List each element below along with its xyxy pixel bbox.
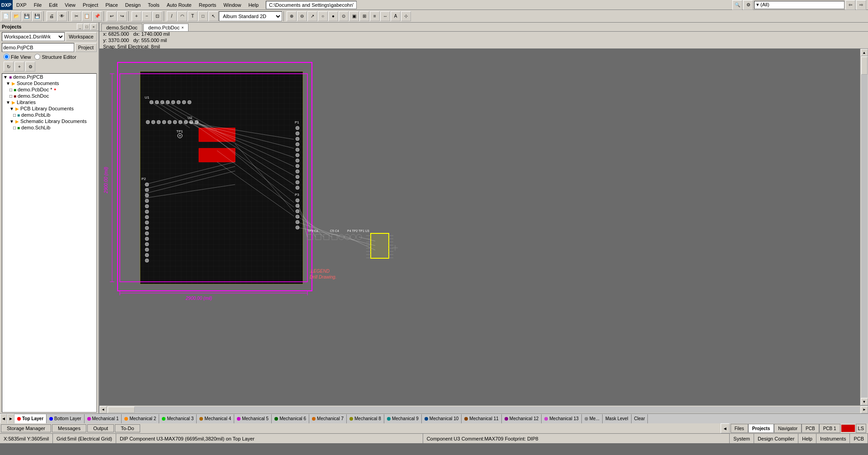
panel-minimize[interactable]: _ [77, 24, 83, 30]
schdoc-item[interactable]: □ ■ demo.SchDoc [2, 93, 96, 99]
help-status-btn[interactable]: Help [798, 434, 816, 443]
pad-btn[interactable]: ● [328, 11, 338, 21]
scroll-thumb[interactable] [861, 57, 868, 75]
workspace-button[interactable]: Workspace [66, 32, 97, 41]
add-btn[interactable]: + [14, 62, 24, 71]
menu-project[interactable]: Project [79, 1, 102, 9]
scroll-down-btn[interactable]: ▼ [861, 398, 868, 405]
output-tab[interactable]: Output [87, 424, 114, 432]
menu-reports[interactable]: Reports [195, 1, 220, 9]
menu-help[interactable]: Help [245, 1, 262, 9]
menu-autoroute[interactable]: Auto Route [163, 1, 195, 9]
pcblib-folder[interactable]: ▼ ▶ PCB Library Documents [2, 105, 96, 112]
tab-schdoc[interactable]: demo.SchDoc [101, 24, 142, 31]
print-prev-btn[interactable]: 👁 [57, 11, 67, 21]
zoom-in-btn[interactable]: + [132, 11, 142, 21]
open-btn[interactable]: 📂 [11, 11, 21, 21]
layer-nav-files[interactable]: ◄ [721, 423, 730, 433]
bottom-navigator-tab[interactable]: Navigator [774, 424, 802, 433]
layer-tab-mech10[interactable]: Mechanical 10 [422, 414, 462, 423]
right-btn-3[interactable]: ⇦ [845, 0, 855, 10]
scroll-track[interactable] [861, 57, 868, 398]
cut-btn[interactable]: ✂ [71, 11, 81, 21]
ls-tab[interactable]: LS [856, 424, 866, 433]
paste-btn[interactable]: 📌 [92, 11, 102, 21]
demo-schlib-item[interactable]: □ ■ demo.SchLib [2, 124, 96, 131]
print-btn[interactable]: 🖨 [47, 11, 57, 21]
pcbdoc-item[interactable]: □ ■ demo.PcbDoc * ✦ [2, 86, 96, 93]
bottom-files-tab[interactable]: Files [731, 424, 748, 433]
bottom-pcb1-tab[interactable]: PCB 1 [819, 424, 840, 433]
tree-root[interactable]: ▼ ■ demo.PrjPCB [2, 74, 96, 80]
cursor-btn[interactable]: ↖ [208, 11, 218, 21]
design-compiler-btn[interactable]: Design Compiler [754, 434, 798, 443]
all-dropdown[interactable]: ▾ (All) [754, 1, 844, 9]
layer-tab-mech4[interactable]: Mechanical 4 [197, 414, 234, 423]
h-scroll-track[interactable] [108, 407, 860, 413]
layer-prev-btn[interactable]: ◄ [0, 414, 7, 424]
layer-tab-clear[interactable]: Clear [632, 414, 648, 423]
menu-dxp[interactable]: DXP [13, 1, 30, 9]
tab-close-icon[interactable]: × [181, 25, 184, 30]
undo-btn[interactable]: ↩ [107, 11, 117, 21]
layer-tab-mech9[interactable]: Mechanical 9 [384, 414, 422, 423]
workspace-dropdown[interactable]: Workspace1.DsnWrk [2, 32, 65, 41]
pcb-status-btn[interactable]: PCB [850, 434, 868, 443]
messages-tab[interactable]: Messages [52, 424, 86, 432]
right-btn-4[interactable]: ⇨ [856, 0, 866, 10]
route-btn[interactable]: ↗ [307, 11, 317, 21]
arc-btn[interactable]: ◠ [177, 11, 187, 21]
zoom-fit-btn[interactable]: ⊡ [152, 11, 162, 21]
menu-view[interactable]: View [61, 1, 79, 9]
comp-btn[interactable]: ⊞ [359, 11, 369, 21]
file-view-radio[interactable]: File View [4, 54, 31, 60]
layer-tab-top[interactable]: Top Layer [14, 414, 47, 423]
layer-next-btn[interactable]: ► [7, 414, 14, 424]
panel-maximize[interactable]: □ [84, 24, 90, 30]
redo-btn[interactable]: ↪ [117, 11, 127, 21]
refresh-btn[interactable]: ↻ [4, 62, 14, 71]
project-button[interactable]: Project [75, 43, 97, 52]
storage-manager-tab[interactable]: Storage Manager [1, 424, 51, 432]
project-input[interactable] [2, 43, 74, 52]
dim-btn[interactable]: ↔ [380, 11, 390, 21]
layer-tab-mask[interactable]: Mask Level [603, 414, 632, 423]
h-scroll-thumb[interactable] [108, 407, 135, 413]
scroll-left-btn[interactable]: ◄ [99, 406, 107, 413]
bottom-pcb-tab[interactable]: PCB [802, 424, 819, 433]
zoom-btn-a[interactable]: ⊕ [287, 11, 297, 21]
save-all-btn[interactable]: 💾 [32, 11, 42, 21]
libraries-folder[interactable]: ▼ ▶ Libraries [2, 99, 96, 105]
origin-btn[interactable]: ⊹ [401, 11, 411, 21]
album-dropdown[interactable]: Album Standard 2D [219, 11, 282, 21]
scroll-right-btn[interactable]: ► [861, 406, 868, 413]
source-docs-folder[interactable]: ▼ ▶ Source Documents [2, 80, 96, 86]
box-btn[interactable]: □ [198, 11, 208, 21]
schlib-folder[interactable]: ▼ ▶ Schematic Library Documents [2, 118, 96, 124]
via-btn[interactable]: ⊙ [339, 11, 349, 21]
text-btn[interactable]: T [188, 11, 198, 21]
save-btn[interactable]: 💾 [22, 11, 32, 21]
structure-editor-radio[interactable]: Structure Editor [34, 54, 76, 60]
new-btn[interactable]: 📄 [1, 11, 11, 21]
measure-btn[interactable]: ≡ [370, 11, 380, 21]
settings-icon-btn[interactable]: ⚙ [25, 62, 35, 71]
canvas-area[interactable]: 2900.00 (mil) 2900.00 (mil) U1 [99, 49, 860, 405]
line-btn[interactable]: / [167, 11, 177, 21]
menu-edit[interactable]: Edit [45, 1, 61, 9]
system-btn[interactable]: System [730, 434, 754, 443]
right-btn-1[interactable]: 🔍 [732, 0, 742, 10]
scroll-up-btn[interactable]: ▲ [861, 49, 868, 56]
to-do-tab[interactable]: To-Do [115, 424, 140, 432]
fill-btn[interactable]: ▣ [349, 11, 359, 21]
menu-design[interactable]: Design [122, 1, 144, 9]
menu-file[interactable]: File [30, 1, 46, 9]
connect-btn[interactable]: ○ [318, 11, 328, 21]
layer-tab-mech8[interactable]: Mechanical 8 [347, 414, 384, 423]
layer-tab-mech7[interactable]: Mechanical 7 [309, 414, 347, 423]
layer-tab-mech11[interactable]: Mechanical 11 [462, 414, 501, 423]
text2-btn[interactable]: A [391, 11, 401, 21]
instruments-btn[interactable]: Instruments [816, 434, 850, 443]
copy-btn[interactable]: 📋 [82, 11, 92, 21]
layer-tab-mech5[interactable]: Mechanical 5 [234, 414, 272, 423]
